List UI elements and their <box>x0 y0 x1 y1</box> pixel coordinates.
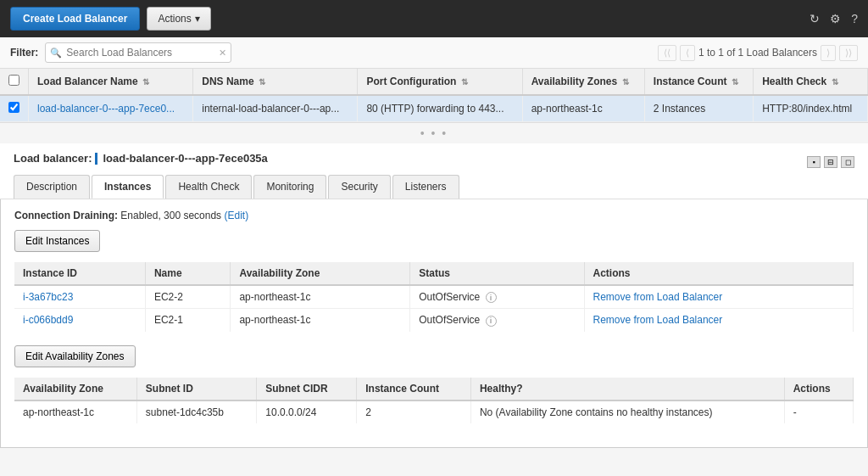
filter-label: Filter: <box>10 47 38 59</box>
window-icon2-button[interactable]: ⊟ <box>824 156 837 168</box>
actions-label: Actions <box>158 13 191 25</box>
instance-id-link-2[interactable]: i-c066bdd9 <box>23 314 73 326</box>
edit-instances-button[interactable]: Edit Instances <box>14 230 100 252</box>
az-row-healthy: No (Availability Zone contains no health… <box>470 400 784 423</box>
next-page-button[interactable]: ⟩ <box>821 45 836 61</box>
table-row: i-3a67bc23 EC2-2 ap-northeast-1c OutOfSe… <box>14 285 854 309</box>
instance-id-1: i-3a67bc23 <box>14 285 145 309</box>
remove-lb-link-2[interactable]: Remove from Load Balancer <box>593 314 723 326</box>
connection-draining-value: Enabled, 300 seconds <box>120 210 221 221</box>
instance-col-id: Instance ID <box>14 262 145 285</box>
row-port-config: 80 (HTTP) forwarding to 443... <box>358 95 522 122</box>
col-instance-count: Instance Count ⇅ <box>644 69 753 95</box>
window-icon1-button[interactable]: ▪ <box>807 156 821 168</box>
status-info-icon-2[interactable]: i <box>486 316 497 327</box>
instance-action-2: Remove from Load Balancer <box>584 309 853 332</box>
col-health-check: Health Check ⇅ <box>754 69 868 95</box>
az-col-actions: Actions <box>784 378 853 400</box>
row-lb-name: load-balancer-0---app-7ece0... <box>29 95 193 122</box>
col-port-config: Port Configuration ⇅ <box>358 69 522 95</box>
az-col-subnet-id: Subnet ID <box>136 378 256 400</box>
instance-id-link-1[interactable]: i-3a67bc23 <box>23 291 73 303</box>
tab-instances[interactable]: Instances <box>92 175 164 199</box>
connection-draining-label: Connection Draining: <box>14 210 118 221</box>
connection-draining-edit-link[interactable]: (Edit) <box>224 210 248 221</box>
connection-draining-row: Connection Draining: Enabled, 300 second… <box>14 210 854 221</box>
select-all-checkbox[interactable] <box>8 75 19 86</box>
instance-az-1: ap-northeast-1c <box>231 285 410 309</box>
az-col-az: Availability Zone <box>14 378 136 400</box>
instance-status-2: OutOfService i <box>410 309 584 332</box>
instance-id-2: i-c066bdd9 <box>14 309 145 332</box>
col-az: Availability Zones ⇅ <box>522 69 644 95</box>
sort-az-icon[interactable]: ⇅ <box>622 77 629 87</box>
lb-title-name: load-balancer-0---app-7ece035a <box>103 152 267 165</box>
az-col-healthy: Healthy? <box>470 378 784 400</box>
instance-action-1: Remove from Load Balancer <box>584 285 853 309</box>
row-dns-name: internal-load-balancer-0---ap... <box>193 95 358 122</box>
az-row-subnet-id: subnet-1dc4c35b <box>136 400 256 423</box>
pagination: ⟨⟨ ⟨ 1 to 1 of 1 Load Balancers ⟩ ⟩⟩ <box>658 45 858 61</box>
tab-listeners[interactable]: Listeners <box>392 175 459 199</box>
lb-title-bar-icon <box>95 153 97 165</box>
row-checkbox[interactable] <box>8 102 19 113</box>
col-lb-name: Load Balancer Name ⇅ <box>29 69 193 95</box>
search-clear-icon[interactable]: ✕ <box>219 48 226 59</box>
az-col-instance-count: Instance Count <box>357 378 471 400</box>
az-section: Edit Availability Zones Availability Zon… <box>14 345 854 423</box>
tab-description[interactable]: Description <box>14 175 90 199</box>
instance-az-2: ap-northeast-1c <box>231 309 410 332</box>
lb-title-label: Load balancer: <box>14 152 92 165</box>
col-dns-name: DNS Name ⇅ <box>193 69 358 95</box>
sort-port-config-icon[interactable]: ⇅ <box>461 77 468 87</box>
remove-lb-link-1[interactable]: Remove from Load Balancer <box>593 291 723 303</box>
lb-detail-section: Load balancer: load-balancer-0---app-7ec… <box>0 143 868 199</box>
search-icon: 🔍 <box>50 48 62 59</box>
instance-name-1: EC2-2 <box>145 285 231 309</box>
row-checkbox-cell <box>0 95 29 122</box>
main-table-container: Load Balancer Name ⇅ DNS Name ⇅ Port Con… <box>0 69 868 123</box>
sort-instance-count-icon[interactable]: ⇅ <box>732 77 738 87</box>
actions-button[interactable]: Actions ▾ <box>147 7 210 31</box>
first-page-button[interactable]: ⟨⟨ <box>658 45 676 61</box>
lb-window-buttons: ▪ ⊟ ◻ <box>807 156 854 168</box>
az-row-az: ap-northeast-1c <box>14 400 136 423</box>
edit-az-button[interactable]: Edit Availability Zones <box>14 345 136 367</box>
resize-handle[interactable]: • • • <box>0 123 868 143</box>
tab-security[interactable]: Security <box>328 175 390 199</box>
az-row-instance-count: 2 <box>357 400 471 423</box>
az-row-subnet-cidr: 10.0.0.0/24 <box>257 400 357 423</box>
row-instance-count: 2 Instances <box>644 95 753 122</box>
row-health-check: HTTP:80/index.html <box>754 95 868 122</box>
tab-health-check[interactable]: Health Check <box>165 175 252 199</box>
load-balancers-table: Load Balancer Name ⇅ DNS Name ⇅ Port Con… <box>0 69 868 122</box>
status-info-icon-1[interactable]: i <box>486 292 497 303</box>
instance-name-2: EC2-1 <box>145 309 231 332</box>
lb-name-link[interactable]: load-balancer-0---app-7ece0... <box>37 103 175 115</box>
az-row-action: - <box>784 400 853 423</box>
instance-col-actions: Actions <box>584 262 853 285</box>
instance-col-status: Status <box>410 262 584 285</box>
settings-icon[interactable]: ⚙ <box>830 12 841 25</box>
search-input[interactable] <box>45 42 231 63</box>
search-wrapper: 🔍 ✕ <box>45 42 231 63</box>
filter-bar: Filter: 🔍 ✕ ⟨⟨ ⟨ 1 to 1 of 1 Load Balanc… <box>0 37 868 69</box>
instance-table: Instance ID Name Availability Zone Statu… <box>14 262 854 332</box>
table-row[interactable]: load-balancer-0---app-7ece0... internal-… <box>0 95 868 122</box>
instance-col-az: Availability Zone <box>231 262 410 285</box>
table-row: ap-northeast-1c subnet-1dc4c35b 10.0.0.0… <box>14 400 854 423</box>
toolbar: Create Load Balancer Actions ▾ ↻ ⚙ ? <box>0 0 868 37</box>
pagination-text: 1 to 1 of 1 Load Balancers <box>698 47 817 59</box>
refresh-icon[interactable]: ↻ <box>810 12 820 25</box>
help-icon[interactable]: ? <box>851 12 858 25</box>
sort-health-check-icon[interactable]: ⇅ <box>832 77 838 87</box>
table-row: i-c066bdd9 EC2-1 ap-northeast-1c OutOfSe… <box>14 309 854 332</box>
window-icon3-button[interactable]: ◻ <box>841 156 854 168</box>
sort-dns-name-icon[interactable]: ⇅ <box>259 77 265 87</box>
tab-monitoring[interactable]: Monitoring <box>253 175 326 199</box>
prev-page-button[interactable]: ⟨ <box>680 45 695 61</box>
last-page-button[interactable]: ⟩⟩ <box>839 45 858 61</box>
instance-col-name: Name <box>145 262 231 285</box>
create-load-balancer-button[interactable]: Create Load Balancer <box>10 7 140 31</box>
sort-lb-name-icon[interactable]: ⇅ <box>142 77 149 87</box>
